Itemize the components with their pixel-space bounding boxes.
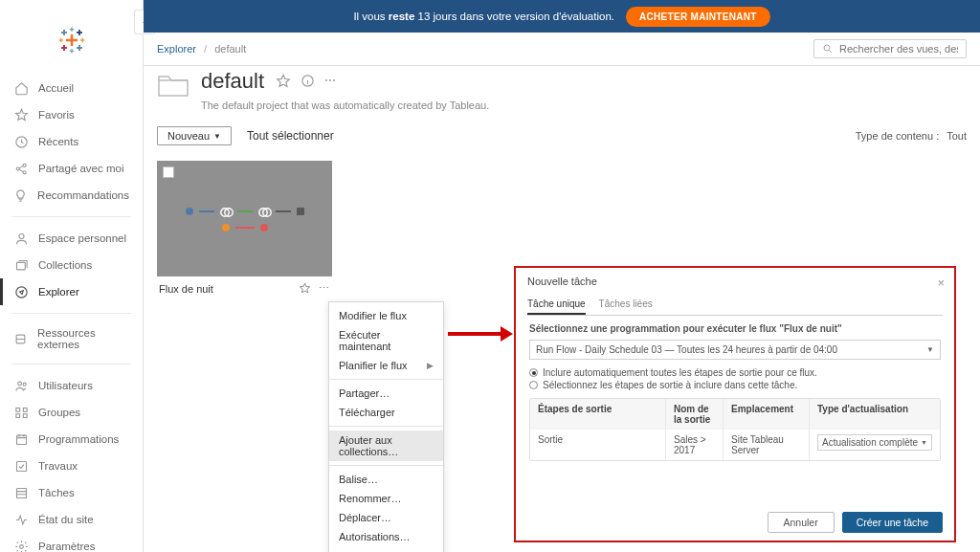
breadcrumb-root[interactable]: Explorer: [157, 43, 196, 55]
database-icon: [13, 331, 28, 346]
sidebar-item-recents[interactable]: Récents: [0, 128, 143, 155]
close-icon[interactable]: ×: [937, 276, 945, 290]
sidebar-item-site-status[interactable]: État du site: [0, 506, 143, 533]
sidebar-item-recommendations[interactable]: Recommandations: [0, 182, 143, 209]
more-icon[interactable]: ⋯: [324, 74, 337, 89]
groups-icon: [13, 405, 29, 420]
nav-label: Groupes: [38, 407, 80, 418]
trial-bold: reste: [389, 11, 415, 22]
flow-diagram-row: [186, 207, 304, 216]
favorite-star-icon[interactable]: [276, 74, 291, 89]
col-output-name: Nom de la sortie: [666, 399, 724, 430]
menu-tag[interactable]: Balise…: [329, 470, 443, 489]
card-more-icon[interactable]: ⋯: [319, 282, 330, 295]
sidebar-item-jobs[interactable]: Travaux: [0, 453, 143, 479]
menu-share[interactable]: Partager…: [329, 384, 443, 403]
breadcrumb-sep: /: [204, 43, 207, 55]
sidebar-item-personal[interactable]: Espace personnel: [0, 225, 143, 252]
nav-label: Accueil: [38, 82, 74, 94]
sidebar-item-settings[interactable]: Paramètres: [0, 533, 143, 552]
menu-add-collections[interactable]: Ajouter aux collections…: [329, 431, 443, 461]
sidebar-item-favorites[interactable]: Favoris: [0, 101, 143, 128]
sidebar-item-groups[interactable]: Groupes: [0, 399, 143, 426]
nav-separator: [11, 364, 131, 364]
cancel-button[interactable]: Annuler: [768, 512, 835, 533]
menu-edit-flow[interactable]: Modifier le flux: [329, 306, 443, 325]
flow-name: Flux de nuit: [159, 283, 213, 295]
menu-rename[interactable]: Renommer…: [329, 489, 443, 508]
schedule-value: Run Flow - Daily Schedule 03 — Toutes le…: [536, 344, 837, 355]
svg-rect-30: [15, 413, 19, 417]
sidebar-item-home[interactable]: Accueil: [0, 75, 143, 101]
info-icon[interactable]: [301, 74, 315, 89]
menu-download[interactable]: Télécharger: [329, 403, 443, 422]
nav-separator: [11, 216, 131, 217]
svg-rect-23: [16, 262, 25, 270]
compass-icon: [13, 284, 29, 299]
menu-permissions[interactable]: Autorisations…: [329, 527, 443, 546]
buy-now-button[interactable]: ACHETER MAINTENANT: [626, 7, 770, 27]
toolbar: Nouveau ▼ Tout sélectionner Type de cont…: [157, 126, 967, 145]
dialog-subtitle: Sélectionnez une programmation pour exéc…: [529, 323, 941, 334]
schedule-select[interactable]: Run Flow - Daily Schedule 03 — Toutes le…: [529, 340, 941, 360]
search-box[interactable]: [813, 39, 967, 58]
new-label: Nouveau: [167, 130, 210, 142]
table-row: Sortie Sales > 2017 Site Tableau Server …: [530, 430, 940, 460]
breadcrumb-current: default: [214, 43, 246, 55]
menu-move[interactable]: Déplacer…: [329, 508, 443, 527]
page-title: default: [201, 69, 264, 94]
flow-thumbnail: [157, 161, 332, 276]
sidebar-item-collections[interactable]: Collections: [0, 252, 143, 278]
calendar-icon: [13, 431, 29, 447]
sidebar-item-external[interactable]: Ressources externes: [0, 321, 143, 356]
flow-diagram-row: [222, 224, 268, 232]
nav-label: Programmations: [38, 433, 119, 445]
svg-point-35: [19, 544, 23, 548]
refresh-type-select[interactable]: Actualisation complète ▼: [817, 434, 932, 451]
trial-pre: Il vous: [353, 11, 388, 22]
svg-point-36: [824, 45, 830, 51]
menu-schedule-flow[interactable]: Planifier le flux▶: [329, 356, 443, 375]
tab-single-task[interactable]: Tâche unique: [527, 295, 586, 315]
chevron-down-icon: ▼: [213, 132, 221, 141]
nav-label: Collections: [38, 259, 92, 271]
radio-auto-include[interactable]: [529, 368, 538, 377]
sidebar-item-schedules[interactable]: Programmations: [0, 426, 143, 453]
nav-label: Ressources externes: [37, 327, 129, 350]
svg-point-22: [19, 233, 24, 238]
svg-rect-29: [23, 408, 27, 411]
cell-refresh: Actualisation complète ▼: [810, 430, 940, 460]
flow-context-menu: Modifier le flux Exécuter maintenant Pla…: [328, 301, 444, 552]
trial-message: Il vous reste 13 jours dans votre versio…: [353, 11, 614, 22]
col-output-steps: Étapes de sortie: [530, 399, 666, 430]
new-task-dialog: Nouvelle tâche × Tâche unique Tâches lié…: [514, 266, 956, 542]
cell-step: Sortie: [530, 430, 666, 460]
create-task-button[interactable]: Créer une tâche: [842, 512, 943, 533]
content-type-dropdown[interactable]: Tout: [947, 130, 967, 142]
nav-label: Tâches: [38, 487, 75, 498]
radio-auto-label: Inclure automatiquement toutes les étape…: [543, 367, 817, 378]
flow-card[interactable]: Flux de nuit ⋯: [157, 161, 332, 300]
table-header-row: Étapes de sortie Nom de la sortie Emplac…: [530, 399, 940, 430]
activity-icon: [13, 512, 29, 527]
trial-banner: Il vous reste 13 jours dans votre versio…: [144, 0, 980, 33]
svg-point-26: [17, 382, 21, 386]
search-input[interactable]: [839, 43, 958, 55]
card-star-icon[interactable]: [299, 282, 311, 295]
radio-manual-select[interactable]: [529, 381, 538, 389]
card-checkbox[interactable]: [163, 166, 174, 178]
dialog-tabs: Tâche unique Tâches liées: [527, 295, 943, 316]
tab-linked-tasks[interactable]: Tâches liées: [599, 295, 653, 315]
sidebar-item-explorer[interactable]: Explorer: [0, 278, 143, 305]
select-all-link[interactable]: Tout sélectionner: [247, 129, 334, 143]
nav-label: Favoris: [38, 109, 75, 121]
jobs-icon: [13, 458, 29, 474]
menu-run-now[interactable]: Exécuter maintenant: [329, 325, 443, 356]
new-button[interactable]: Nouveau ▼: [157, 126, 232, 145]
sidebar-item-shared[interactable]: Partagé avec moi: [0, 155, 143, 182]
sidebar-item-users[interactable]: Utilisateurs: [0, 372, 143, 399]
gear-icon: [13, 539, 29, 552]
svg-rect-31: [23, 413, 27, 417]
menu-change-owner[interactable]: Modifier le propriétaire…: [329, 546, 443, 552]
sidebar-item-tasks[interactable]: Tâches: [0, 479, 143, 506]
